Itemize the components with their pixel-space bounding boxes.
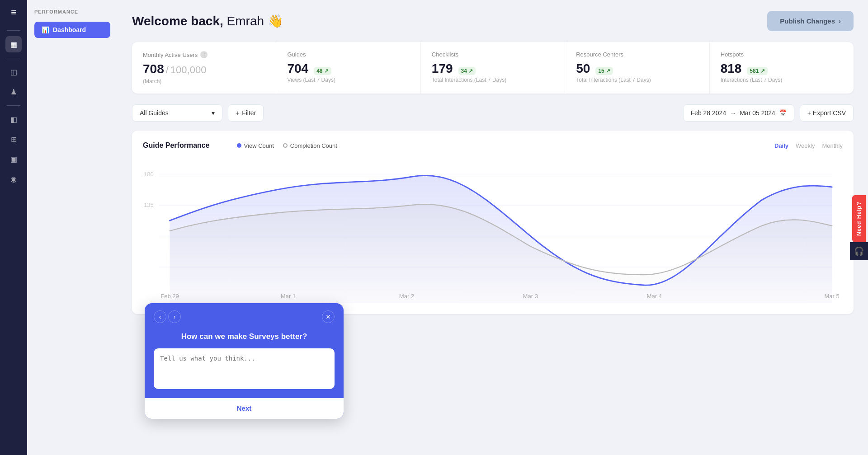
stat-resource-centers: Resource Centers 50 15 ↗ Total Interacti… bbox=[565, 42, 709, 94]
survey-close-button[interactable]: ✕ bbox=[322, 310, 335, 323]
stat-sublabel-checklists: Total Interactions (Last 7 Days) bbox=[432, 77, 554, 83]
time-filter-daily[interactable]: Daily bbox=[774, 142, 788, 149]
checklists-badge: 34 ↗ bbox=[458, 67, 476, 75]
survey-next-nav-button[interactable]: › bbox=[168, 310, 181, 323]
guide-filter-label: All Guides bbox=[140, 109, 169, 117]
filter-label: Filter bbox=[242, 109, 256, 117]
welcome-prefix: Welcome back, bbox=[132, 14, 223, 28]
chart-icon: 📊 bbox=[42, 26, 49, 33]
stat-sublabel-hotspots: Interactions (Last 7 Days) bbox=[721, 77, 843, 83]
sidebar-icon-announcements[interactable]: ◉ bbox=[5, 171, 22, 187]
survey-feedback-input[interactable] bbox=[154, 348, 335, 389]
sidebar-divider-2 bbox=[7, 58, 20, 58]
main-content: Welcome back, Emrah 👋 Publish Changes › … bbox=[118, 0, 868, 455]
survey-header: ‹ › ✕ bbox=[145, 303, 344, 323]
time-filter-weekly[interactable]: Weekly bbox=[796, 142, 815, 149]
info-icon[interactable]: i bbox=[200, 51, 208, 58]
guides-badge: 48 ↗ bbox=[314, 67, 331, 75]
chart-svg: 180 135 bbox=[143, 159, 843, 303]
stat-label-guides: Guides bbox=[287, 51, 409, 58]
sidebar-divider-1 bbox=[7, 30, 20, 31]
sidebar-divider-3 bbox=[7, 105, 20, 106]
help-icon[interactable]: 🎧 bbox=[850, 242, 868, 260]
chart-legend: View Count Completion Count bbox=[237, 142, 337, 149]
stat-value-guides: 704 48 ↗ bbox=[287, 61, 409, 76]
stat-label-hotspots: Hotspots bbox=[721, 51, 843, 58]
chart-section: Guide Performance View Count Completion … bbox=[132, 131, 854, 314]
time-filter-monthly[interactable]: Monthly bbox=[822, 142, 843, 149]
stat-value-mau: 708 / 100,000 bbox=[143, 62, 265, 76]
date-from: Feb 28 2024 bbox=[691, 109, 726, 117]
section-title: PERFORMANCE bbox=[34, 9, 110, 14]
stat-checklists: Checklists 179 34 ↗ Total Interactions (… bbox=[421, 42, 565, 94]
checklists-value: 179 bbox=[432, 61, 453, 76]
welcome-heading: Welcome back, Emrah 👋 bbox=[132, 14, 283, 28]
svg-text:135: 135 bbox=[144, 202, 154, 209]
need-help-tab[interactable]: Need Help? bbox=[852, 195, 866, 242]
svg-text:Mar 2: Mar 2 bbox=[399, 293, 414, 300]
survey-submit-button[interactable]: Next bbox=[154, 404, 335, 412]
stats-row: Monthly Active Users i 708 / 100,000 (Ma… bbox=[132, 42, 854, 94]
sidebar-icon-analytics[interactable]: ◫ bbox=[5, 64, 22, 80]
hotspots-badge: 581 ↗ bbox=[747, 67, 767, 75]
date-range-picker[interactable]: Feb 28 2024 → Mar 05 2024 📅 bbox=[683, 104, 794, 122]
stat-label-rc: Resource Centers bbox=[576, 51, 698, 58]
dashboard-label: Dashboard bbox=[53, 26, 86, 33]
rc-value: 50 bbox=[576, 61, 590, 76]
chevron-down-icon: ▾ bbox=[212, 109, 215, 117]
svg-text:Mar 1: Mar 1 bbox=[281, 293, 296, 300]
stat-guides: Guides 704 48 ↗ Views (Last 7 Days) bbox=[276, 42, 420, 94]
survey-nav: ‹ › bbox=[154, 310, 181, 323]
left-panel: PERFORMANCE 📊 Dashboard bbox=[27, 0, 118, 455]
sidebar-icon-guides[interactable]: ◧ bbox=[5, 111, 22, 127]
survey-textarea-wrapper bbox=[145, 348, 344, 398]
completion-count-label: Completion Count bbox=[290, 142, 337, 149]
hotspots-value: 818 bbox=[721, 61, 742, 76]
rc-badge: 15 ↗ bbox=[595, 67, 613, 75]
stat-value-hotspots: 818 581 ↗ bbox=[721, 61, 843, 76]
sidebar-icon-messages[interactable]: ▣ bbox=[5, 151, 22, 167]
date-to: Mar 05 2024 bbox=[740, 109, 775, 117]
survey-question: How can we make Surveys better? bbox=[145, 323, 344, 348]
mau-value: 708 bbox=[143, 62, 164, 76]
page-header: Welcome back, Emrah 👋 Publish Changes › bbox=[132, 11, 854, 31]
publish-button[interactable]: Publish Changes › bbox=[767, 11, 854, 31]
sidebar-icon-users[interactable]: ♟ bbox=[5, 84, 22, 100]
stat-label-checklists: Checklists bbox=[432, 51, 554, 58]
stat-sublabel-mau: (March) bbox=[143, 78, 265, 84]
logo-icon[interactable]: ≡ bbox=[11, 7, 16, 18]
chart-header: Guide Performance View Count Completion … bbox=[143, 141, 843, 150]
view-count-label: View Count bbox=[244, 142, 274, 149]
mau-total: 100,000 bbox=[170, 64, 207, 76]
stat-label-mau: Monthly Active Users i bbox=[143, 51, 265, 58]
publish-icon: › bbox=[839, 17, 841, 25]
stat-value-rc: 50 15 ↗ bbox=[576, 61, 698, 76]
export-csv-button[interactable]: + Export CSV bbox=[800, 104, 854, 122]
svg-text:Mar 3: Mar 3 bbox=[523, 293, 538, 300]
survey-prev-button[interactable]: ‹ bbox=[154, 310, 166, 323]
right-help-panel: Need Help? 🎧 bbox=[850, 195, 868, 260]
survey-popup: ‹ › ✕ How can we make Surveys better? Ne… bbox=[145, 303, 344, 419]
legend-view-count: View Count bbox=[237, 142, 274, 149]
svg-text:Feb 29: Feb 29 bbox=[160, 293, 179, 300]
dashboard-button[interactable]: 📊 Dashboard bbox=[34, 22, 110, 38]
username: Emrah 👋 bbox=[223, 14, 283, 28]
filter-button[interactable]: + Filter bbox=[228, 104, 264, 122]
stat-sublabel-rc: Total Interactions (Last 7 Days) bbox=[576, 77, 698, 83]
chart-time-filters: Daily Weekly Monthly bbox=[774, 142, 843, 149]
calendar-icon: 📅 bbox=[779, 109, 787, 117]
sidebar-icon-checklists[interactable]: ⊞ bbox=[5, 131, 22, 147]
stat-value-checklists: 179 34 ↗ bbox=[432, 61, 554, 76]
view-count-dot bbox=[237, 143, 241, 148]
sidebar-icon-dashboard[interactable]: ▦ bbox=[5, 36, 22, 52]
chart-title: Guide Performance bbox=[143, 141, 210, 150]
guide-filter-select[interactable]: All Guides ▾ bbox=[132, 104, 222, 122]
survey-footer: Next bbox=[145, 398, 344, 419]
publish-label: Publish Changes bbox=[780, 17, 835, 25]
chart-container: 180 135 bbox=[143, 159, 843, 303]
guides-value: 704 bbox=[287, 61, 308, 76]
arrow-icon: → bbox=[730, 109, 736, 117]
completion-count-dot bbox=[283, 143, 288, 148]
export-label: + Export CSV bbox=[807, 109, 846, 117]
legend-completion-count: Completion Count bbox=[283, 142, 337, 149]
